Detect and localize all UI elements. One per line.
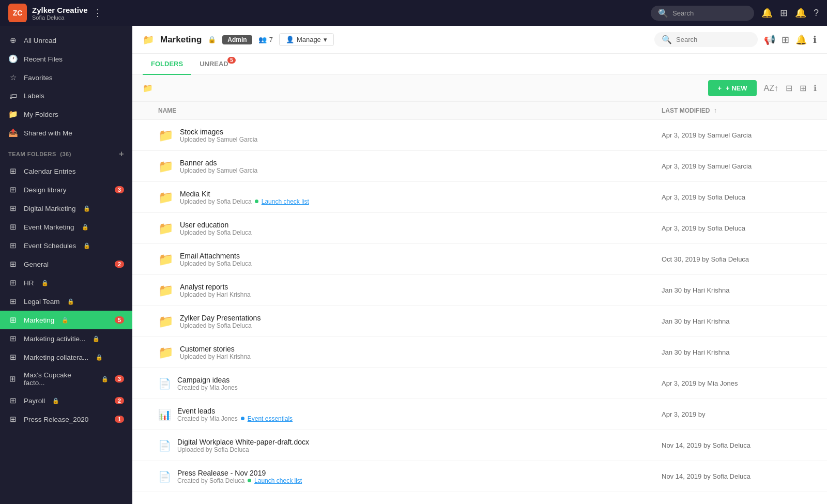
my-folders-icon: 📁: [8, 110, 18, 119]
sidebar: ⊕ All Unread 🕐 Recent Files ☆ Favorites …: [0, 26, 132, 504]
sidebar-item-general[interactable]: ⊞General2: [0, 255, 132, 273]
shared-icon: 📤: [8, 128, 18, 138]
table-row[interactable]: 📄Press Realease - Nov 2019Created by Sof…: [132, 461, 827, 492]
app-menu-icon[interactable]: ⋮: [93, 7, 102, 19]
content-search-input[interactable]: [676, 36, 751, 43]
marketing-badge: 5: [115, 316, 124, 324]
content-search-box[interactable]: 🔍: [654, 32, 758, 47]
grid-view-icon[interactable]: ⊞: [800, 83, 806, 93]
file-details: Press Realease - Nov 2019Created by Sofi…: [177, 469, 302, 484]
sidebar-item-all-unread[interactable]: ⊕ All Unread: [0, 31, 132, 50]
sidebar-item-press-release[interactable]: ⊞Press Release_20201: [0, 410, 132, 429]
new-button[interactable]: + + NEW: [708, 80, 756, 96]
doc-icon: 📄: [158, 439, 171, 452]
maxs-cupcake-label: Max's Cupcake facto...: [24, 371, 94, 387]
table-row[interactable]: 📁Zylker Day PresentationsUploaded by Sof…: [132, 306, 827, 337]
table-row[interactable]: 📁Analyst reportsUploaded by Hari Krishna…: [132, 275, 827, 306]
announce-icon[interactable]: 📢: [764, 34, 775, 45]
file-sub: Uploaded by Sofia Deluca: [180, 260, 252, 267]
sidebar-item-event-marketing[interactable]: ⊞Event Marketing🔒: [0, 218, 132, 236]
marketing-lock-icon: 🔒: [62, 317, 69, 324]
info-icon[interactable]: ℹ: [813, 34, 817, 45]
file-info: 📁User educationUploaded by Sofia Deluca: [158, 216, 662, 241]
event-marketing-label: Event Marketing: [24, 223, 74, 231]
file-details: Analyst reportsUploaded by Hari Krishna: [180, 283, 251, 298]
table-row[interactable]: 📁User educationUploaded by Sofia DelucaA…: [132, 213, 827, 244]
file-name: Banner ads: [180, 159, 257, 167]
sidebar-item-event-schedules[interactable]: ⊞Event Schedules🔒: [0, 236, 132, 255]
apps-icon[interactable]: ⊞: [782, 34, 789, 45]
notifications-icon[interactable]: 🔔: [761, 7, 773, 19]
sidebar-item-calendar-entries[interactable]: ⊞Calendar Entries: [0, 162, 132, 180]
bell-icon[interactable]: 🔔: [795, 7, 806, 19]
search-input[interactable]: [672, 9, 747, 17]
table-row[interactable]: 📁Stock imagesUploaded by Samuel GarciaAp…: [132, 120, 827, 151]
last-modified: Apr 3, 2019 by: [662, 405, 817, 423]
notif-icon[interactable]: 🔔: [795, 34, 807, 45]
app-branding: ZC Zylker Creative Sofia Deluca ⋮: [8, 4, 102, 22]
toolbar-actions: AZ↑ ⊟ ⊞ ℹ: [764, 83, 817, 93]
table-row[interactable]: 📄Campaign ideasCreated by Mia JonesApr 3…: [132, 368, 827, 399]
checklist-link[interactable]: Event essentials: [248, 415, 293, 422]
sidebar-item-marketing-activities[interactable]: ⊞Marketing activitie...🔒: [0, 329, 132, 348]
table-header: NAME LAST MODIFIED ↑: [132, 102, 827, 120]
header-icons: 🔍 🔔 ⊞ 🔔 ?: [651, 6, 819, 21]
file-details: Zylker Day PresentationsUploaded by Sofi…: [180, 314, 261, 329]
sidebar-item-favorites[interactable]: ☆ Favorites: [0, 68, 132, 87]
manage-icon: 👤: [286, 36, 294, 43]
file-details: Banner adsUploaded by Samuel Garcia: [180, 159, 257, 174]
sidebar-item-payroll[interactable]: ⊞Payroll🔒2: [0, 391, 132, 410]
member-info: 👥 7: [258, 36, 273, 43]
file-details: Event leadsCreated by Mia JonesEvent ess…: [177, 407, 293, 422]
table-row[interactable]: 📁Banner adsUploaded by Samuel GarciaApr …: [132, 151, 827, 182]
folder-view-icon[interactable]: 📁: [143, 83, 153, 93]
file-name: Customer stories: [180, 345, 251, 353]
add-team-folder-icon[interactable]: +: [119, 149, 124, 159]
tab-folders[interactable]: FOLDERS: [143, 54, 191, 75]
sidebar-item-digital-marketing[interactable]: ⊞Digital Marketing🔒: [0, 199, 132, 218]
table-row[interactable]: 📁Email AttachmentsUploaded by Sofia Delu…: [132, 244, 827, 275]
file-sub: Uploaded by Sofia Deluca: [177, 446, 309, 453]
table-row[interactable]: 📄Digital Workplace White-paper-draft.doc…: [132, 430, 827, 461]
file-sub: Uploaded by Sofia Deluca: [180, 229, 252, 236]
hr-label: HR: [24, 279, 34, 287]
sidebar-item-labels[interactable]: 🏷 Labels: [0, 87, 132, 105]
file-name: Analyst reports: [180, 283, 251, 291]
sidebar-item-marketing[interactable]: ⊞Marketing🔒5: [0, 311, 132, 329]
info-action-icon[interactable]: ℹ: [814, 83, 817, 93]
checklist-link[interactable]: Launch check list: [254, 477, 302, 484]
marketing-collateral-lock-icon: 🔒: [96, 354, 103, 361]
sort-icon[interactable]: AZ↑: [764, 84, 778, 93]
sidebar-item-hr[interactable]: ⊞HR🔒: [0, 273, 132, 292]
maxs-cupcake-lock-icon: 🔒: [101, 376, 109, 383]
file-sub: Uploaded by Samuel Garcia: [180, 136, 257, 143]
tab-unread[interactable]: UNREAD 5: [191, 54, 237, 75]
header-name: NAME: [158, 107, 662, 114]
search-icon: 🔍: [658, 8, 668, 18]
marketing-activities-lock-icon: 🔒: [93, 335, 100, 342]
grid-icon[interactable]: ⊞: [780, 7, 788, 19]
sidebar-item-design-library[interactable]: ⊞Design library3: [0, 180, 132, 199]
sidebar-item-recent-files[interactable]: 🕐 Recent Files: [0, 50, 132, 68]
sidebar-label-my-folders: My Folders: [24, 111, 58, 118]
filter-icon[interactable]: ⊟: [786, 83, 792, 93]
content-header: 📁 Marketing 🔒 Admin 👥 7 👤 Manage ▾ 🔍 📢 ⊞…: [132, 26, 827, 54]
manage-button[interactable]: 👤 Manage ▾: [279, 33, 334, 46]
sidebar-item-shared-with-me[interactable]: 📤 Shared with Me: [0, 124, 132, 142]
sidebar-item-marketing-collateral[interactable]: ⊞Marketing collatera...🔒: [0, 348, 132, 366]
file-sub: Uploaded by Sofia DelucaLaunch check lis…: [180, 198, 309, 205]
help-icon[interactable]: ?: [814, 8, 819, 19]
general-badge: 2: [115, 261, 124, 268]
table-row[interactable]: 📊Event leadsCreated by Mia JonesEvent es…: [132, 399, 827, 430]
row-checkbox-col: [143, 472, 158, 481]
table-row[interactable]: 📁Media KitUploaded by Sofia DelucaLaunch…: [132, 182, 827, 213]
row-checkbox-col: [143, 348, 158, 357]
checklist-link[interactable]: Launch check list: [262, 198, 309, 205]
global-search-box[interactable]: 🔍: [651, 6, 754, 21]
sidebar-item-maxs-cupcake[interactable]: ⊞Max's Cupcake facto...🔒3: [0, 366, 132, 391]
press-release-label: Press Release_2020: [24, 416, 88, 423]
sidebar-label-recent-files: Recent Files: [24, 55, 63, 63]
table-row[interactable]: 📁Customer storiesUploaded by Hari Krishn…: [132, 337, 827, 368]
sidebar-item-legal-team[interactable]: ⊞Legal Team🔒: [0, 292, 132, 311]
sidebar-item-my-folders[interactable]: 📁 My Folders: [0, 105, 132, 124]
